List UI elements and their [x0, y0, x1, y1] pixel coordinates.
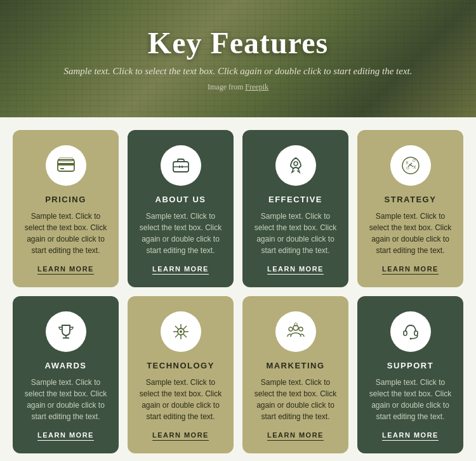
card-title-effective: EFFECTIVE — [268, 195, 322, 204]
card-icon-circle-strategy — [390, 145, 431, 186]
card-link-about-us[interactable]: LEARN MORE — [152, 265, 209, 275]
card-support: SUPPORT Sample text. Click to select the… — [357, 296, 463, 453]
card-link-marketing[interactable]: LEARN MORE — [267, 431, 324, 441]
card-technology: TECHNOLOGY Sample text. Click to select … — [128, 296, 234, 453]
credit-prefix: Image from — [208, 82, 245, 91]
card-icon-circle-about-us — [161, 145, 201, 186]
hero-subtitle: Sample text. Click to select the text bo… — [63, 64, 412, 79]
card-link-pricing[interactable]: LEARN MORE — [37, 265, 94, 275]
card-text-strategy: Sample text. Click to select the text bo… — [367, 211, 453, 256]
card-title-awards: AWARDS — [44, 361, 86, 370]
card-icon-circle-awards — [46, 311, 86, 352]
card-title-strategy: STRATEGY — [385, 195, 437, 204]
trophy-icon — [56, 321, 76, 342]
card-link-strategy[interactable]: LEARN MORE — [382, 265, 439, 275]
pricing-icon — [56, 155, 76, 176]
card-icon-circle-technology — [161, 311, 201, 352]
card-icon-circle-marketing — [275, 311, 316, 352]
card-title-marketing: MARKETING — [266, 361, 324, 370]
card-marketing: MARKETING Sample text. Click to select t… — [242, 296, 348, 453]
headset-icon — [400, 321, 421, 342]
card-title-pricing: PRICING — [45, 195, 86, 204]
card-icon-circle-pricing — [46, 145, 86, 186]
freepik-link[interactable]: Freepik — [245, 82, 268, 91]
strategy-icon — [400, 155, 421, 176]
card-text-pricing: Sample text. Click to select the text bo… — [23, 211, 109, 256]
card-link-support[interactable]: LEARN MORE — [382, 431, 439, 441]
card-text-effective: Sample text. Click to select the text bo… — [253, 211, 338, 256]
card-title-technology: TECHNOLOGY — [147, 361, 215, 370]
card-icon-circle-effective — [275, 145, 316, 186]
briefcase-icon — [171, 155, 191, 176]
card-awards: AWARDS Sample text. Click to select the … — [13, 296, 119, 453]
card-effective: EFFECTIVE Sample text. Click to select t… — [242, 130, 348, 287]
marketing-icon — [286, 321, 306, 342]
card-icon-circle-support — [390, 311, 431, 352]
card-about-us: ABOUT US Sample text. Click to select th… — [128, 130, 234, 287]
tech-icon — [171, 321, 191, 342]
page-title: Key Features — [63, 25, 412, 60]
card-text-marketing: Sample text. Click to select the text bo… — [253, 377, 338, 422]
cards-grid: PRICING Sample text. Click to select the… — [13, 130, 463, 453]
card-title-support: SUPPORT — [387, 361, 433, 370]
hero-credit: Image from Freepik — [63, 82, 412, 92]
card-link-technology[interactable]: LEARN MORE — [152, 431, 209, 441]
card-pricing: PRICING Sample text. Click to select the… — [13, 130, 119, 287]
cards-section: PRICING Sample text. Click to select the… — [0, 117, 476, 461]
card-text-awards: Sample text. Click to select the text bo… — [23, 377, 109, 422]
rocket-icon — [286, 155, 306, 176]
card-text-support: Sample text. Click to select the text bo… — [367, 377, 453, 422]
card-link-effective[interactable]: LEARN MORE — [267, 265, 324, 275]
card-title-about-us: ABOUT US — [155, 195, 206, 204]
card-link-awards[interactable]: LEARN MORE — [37, 431, 94, 441]
card-text-technology: Sample text. Click to select the text bo… — [138, 377, 223, 422]
card-strategy: STRATEGY Sample text. Click to select th… — [357, 130, 463, 287]
hero-content: Key Features Sample text. Click to selec… — [63, 25, 412, 92]
hero-section: Key Features Sample text. Click to selec… — [0, 0, 476, 117]
card-text-about-us: Sample text. Click to select the text bo… — [138, 211, 223, 256]
